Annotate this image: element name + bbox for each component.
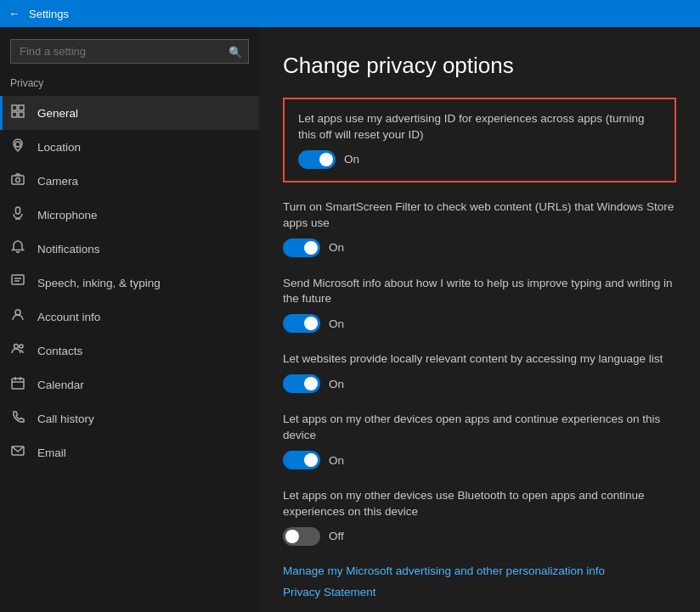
svg-rect-0 — [12, 105, 17, 110]
toggle-bluetooth-experiences[interactable] — [283, 527, 320, 546]
toggle-label-bluetooth-experiences: Off — [329, 530, 344, 542]
sidebar-item-email[interactable]: Email — [0, 435, 259, 469]
sidebar-items-container: GeneralLocationCameraMicrophoneNotificat… — [0, 96, 259, 469]
sidebar-item-label-camera: Camera — [37, 175, 78, 188]
toggle-knob-smartscreen — [304, 241, 318, 255]
page-title: Change privacy options — [283, 53, 676, 79]
toggle-row-other-devices-apps: On — [283, 451, 676, 469]
setting-desc-bluetooth-experiences: Let apps on my other devices use Bluetoo… — [283, 488, 676, 520]
svg-point-4 — [15, 142, 20, 147]
svg-point-14 — [14, 345, 19, 349]
toggle-label-typing-info: On — [329, 317, 344, 330]
setting-typing-info: Send Microsoft info about how I write to… — [283, 276, 676, 334]
svg-rect-3 — [19, 112, 24, 117]
svg-point-6 — [16, 178, 20, 182]
sidebar-item-speech[interactable]: Speech, inking, & typing — [0, 266, 259, 300]
sidebar-item-label-location: Location — [37, 141, 81, 154]
link-manage-advertising[interactable]: Manage my Microsoft advertising and othe… — [283, 564, 676, 577]
callhistory-icon — [10, 410, 25, 427]
setting-desc-other-devices-apps: Let apps on my other devices open apps a… — [283, 412, 676, 444]
sidebar-item-microphone[interactable]: Microphone — [0, 198, 259, 232]
account-icon — [10, 308, 25, 325]
svg-rect-2 — [12, 112, 17, 117]
sidebar-item-label-notifications: Notifications — [37, 243, 100, 255]
main-container: 🔍 Privacy GeneralLocationCameraMicrophon… — [0, 27, 700, 612]
toggle-other-devices-apps[interactable] — [283, 451, 320, 469]
setting-bluetooth-experiences: Let apps on my other devices use Bluetoo… — [283, 488, 676, 546]
sidebar-item-label-general: General — [37, 107, 78, 120]
setting-desc-language-list: Let websites provide locally relevant co… — [283, 351, 676, 368]
toggle-label-smartscreen: On — [329, 241, 344, 254]
toggle-label-language-list: On — [329, 378, 344, 390]
sidebar-item-label-calendar: Calendar — [37, 379, 84, 391]
general-icon — [10, 104, 25, 121]
email-icon — [10, 444, 25, 461]
setting-smartscreen: Turn on SmartScreen Filter to check web … — [283, 199, 676, 257]
setting-language-list: Let websites provide locally relevant co… — [283, 351, 676, 393]
toggle-knob-typing-info — [304, 317, 318, 330]
sidebar-item-label-callhistory: Call history — [37, 413, 94, 425]
toggle-knob-advertising-id — [319, 153, 333, 166]
setting-desc-typing-info: Send Microsoft info about how I write to… — [283, 276, 676, 308]
svg-point-15 — [20, 345, 23, 348]
toggle-language-list[interactable] — [283, 374, 320, 393]
toggle-row-advertising-id: On — [298, 150, 661, 169]
title-bar: ← Settings — [0, 0, 700, 27]
search-icon: 🔍 — [229, 45, 242, 58]
toggle-typing-info[interactable] — [283, 314, 320, 333]
sidebar-item-notifications[interactable]: Notifications — [0, 232, 259, 266]
toggle-knob-bluetooth-experiences — [285, 530, 299, 543]
notifications-icon — [10, 240, 25, 257]
contacts-icon — [10, 342, 25, 359]
setting-other-devices-apps: Let apps on my other devices open apps a… — [283, 412, 676, 469]
setting-desc-advertising-id: Let apps use my advertising ID for exper… — [298, 111, 661, 143]
svg-rect-1 — [19, 105, 24, 110]
search-container: 🔍 — [10, 39, 249, 64]
toggle-row-language-list: On — [283, 374, 676, 393]
setting-advertising-id: Let apps use my advertising ID for exper… — [283, 98, 676, 182]
sidebar: 🔍 Privacy GeneralLocationCameraMicrophon… — [0, 27, 259, 612]
search-input[interactable] — [10, 39, 249, 64]
links-container: Manage my Microsoft advertising and othe… — [283, 564, 676, 598]
sidebar-item-label-contacts: Contacts — [37, 345, 82, 357]
sidebar-item-account[interactable]: Account info — [0, 300, 259, 334]
content-area: Change privacy options Let apps use my a… — [259, 27, 700, 612]
settings-container: Let apps use my advertising ID for exper… — [283, 98, 676, 546]
toggle-smartscreen[interactable] — [283, 239, 320, 257]
sidebar-item-label-speech: Speech, inking, & typing — [37, 277, 161, 289]
sidebar-item-label-email: Email — [37, 446, 66, 459]
location-icon — [10, 138, 25, 155]
toggle-knob-language-list — [304, 377, 318, 390]
sidebar-item-camera[interactable]: Camera — [0, 164, 259, 198]
sidebar-section-label: Privacy — [0, 72, 259, 96]
speech-icon — [10, 274, 25, 291]
calendar-icon — [10, 376, 25, 393]
toggle-advertising-id[interactable] — [298, 150, 336, 169]
toggle-knob-other-devices-apps — [304, 453, 318, 467]
sidebar-item-general[interactable]: General — [0, 96, 259, 130]
svg-rect-5 — [12, 176, 24, 184]
toggle-row-bluetooth-experiences: Off — [283, 527, 676, 546]
title-bar-title: Settings — [29, 8, 69, 20]
sidebar-item-label-microphone: Microphone — [37, 209, 98, 222]
svg-point-13 — [15, 310, 20, 315]
toggle-label-advertising-id: On — [344, 153, 359, 166]
sidebar-item-contacts[interactable]: Contacts — [0, 334, 259, 368]
svg-rect-10 — [12, 275, 24, 284]
back-button[interactable]: ← — [8, 7, 20, 20]
sidebar-item-calendar[interactable]: Calendar — [0, 368, 259, 401]
toggle-row-smartscreen: On — [283, 239, 676, 257]
camera-icon — [10, 172, 25, 189]
sidebar-item-callhistory[interactable]: Call history — [0, 401, 259, 435]
toggle-label-other-devices-apps: On — [329, 454, 344, 467]
svg-rect-16 — [12, 379, 24, 389]
sidebar-item-location[interactable]: Location — [0, 130, 259, 164]
setting-desc-smartscreen: Turn on SmartScreen Filter to check web … — [283, 199, 676, 232]
toggle-row-typing-info: On — [283, 314, 676, 333]
sidebar-item-label-account: Account info — [37, 311, 100, 323]
microphone-icon — [10, 206, 25, 223]
link-privacy-statement[interactable]: Privacy Statement — [283, 586, 676, 598]
svg-rect-7 — [16, 207, 20, 214]
